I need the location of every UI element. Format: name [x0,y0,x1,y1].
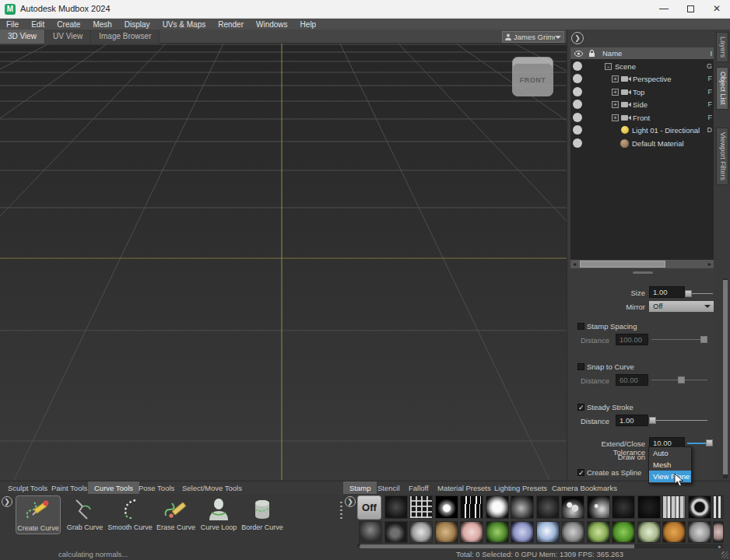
stamp-thumbnail[interactable] [384,521,408,543]
stamp-distance-handle[interactable] [700,336,707,343]
stamp-distance-field[interactable]: 100.00 [616,334,648,345]
stamp-thumbnail[interactable] [688,495,711,519]
visibility-toggle[interactable] [573,125,582,135]
expand-icon[interactable]: + [612,101,619,108]
tool-smooth-curve[interactable]: Smooth Curve [107,495,153,534]
stamp-thumbnail[interactable] [460,495,483,519]
tab-camera-bookmarks[interactable]: Camera Bookmarks [546,481,623,495]
tray-splitter-handle[interactable] [340,502,342,520]
stamp-thumbnail[interactable] [561,495,584,519]
stamp-thumbnail[interactable] [536,495,560,519]
snap-distance-field[interactable]: 60.00 [616,374,648,386]
view-cube-gizmo[interactable]: FRONT [512,57,553,96]
scrollbar-thumb[interactable] [580,261,665,268]
menu-item-display[interactable]: Display [118,20,156,29]
steady-distance-slider[interactable] [651,420,707,421]
steady-distance-handle[interactable] [649,417,656,424]
stamp-thumbnail[interactable] [662,495,686,519]
expand-icon[interactable]: + [612,89,619,96]
tool-grab-curve[interactable]: Grab Curve [62,495,107,534]
menu-option-view-plane[interactable]: View Plane [649,471,691,482]
collapse-icon[interactable]: - [605,63,612,70]
menu-item-create[interactable]: Create [51,20,86,29]
tree-row-top[interactable]: + Top F [570,86,714,98]
lock-icon[interactable] [588,50,595,58]
stamp-thumbnail[interactable] [359,521,382,543]
tray-expander-right[interactable]: ❯ [345,496,356,507]
title-bar[interactable]: M Autodesk Mudbox 2024 — ✕ [0,0,730,19]
stamp-thumbnail[interactable] [587,521,610,543]
tree-label[interactable]: Scene [615,62,636,71]
size-field[interactable]: 1.00 [649,286,685,298]
stamp-thumbnail[interactable] [511,521,534,543]
stamp-thumbnail[interactable] [511,495,534,519]
tree-row-perspective[interactable]: + Perspective F [570,72,714,85]
menu-item-mesh[interactable]: Mesh [86,20,118,29]
side-tab-viewport-filters[interactable]: Viewport Filters [716,128,728,185]
stamp-thumbnail[interactable] [409,495,433,519]
resize-grip[interactable] [721,551,728,558]
visibility-toggle[interactable] [573,74,582,83]
stamp-thumbnail[interactable] [409,521,433,543]
stamp-thumbnail[interactable] [561,521,584,543]
tab-select-move-tools[interactable]: Select/Move Tools [176,481,248,495]
panel-expander-button[interactable]: ❯ [571,32,584,44]
scroll-left-icon[interactable]: ◄ [570,260,578,268]
expand-icon[interactable]: + [612,75,619,82]
menu-item-help[interactable]: Help [294,20,323,29]
scroll-right-icon[interactable]: ► [706,260,714,268]
menu-item-windows[interactable]: Windows [250,20,294,29]
side-tab-layers[interactable]: Layers [716,32,728,62]
menu-item-edit[interactable]: Edit [25,20,51,29]
visibility-toggle[interactable] [573,138,582,148]
stamp-thumbnail[interactable] [587,495,610,519]
menu-item-uvs-maps[interactable]: UVs & Maps [156,20,212,29]
extend-close-handle[interactable] [706,439,713,446]
extend-close-slider[interactable] [687,443,707,444]
menu-option-mesh[interactable]: Mesh [649,459,691,471]
snap-to-curve-checkbox[interactable] [577,363,584,370]
close-button[interactable]: ✕ [704,0,730,18]
snap-distance-handle[interactable] [678,376,685,383]
tab-falloff[interactable]: Falloff [402,481,435,495]
tab-paint-tools[interactable]: Paint Tools [45,481,93,495]
tab-material-presets[interactable]: Material Presets [431,481,497,495]
minimize-button[interactable]: — [651,0,677,18]
properties-scrollbar[interactable] [723,278,728,478]
tab-uv-view[interactable]: UV View [45,30,91,44]
tree-label[interactable]: Light 01 - Directional [632,126,700,135]
tool-create-curve[interactable]: Create Curve [16,495,61,534]
stamp-thumbnail[interactable] [435,521,458,543]
stamp-thumbnail[interactable] [688,521,711,543]
viewport-3d[interactable]: FRONT [0,44,567,480]
tree-label[interactable]: Front [633,114,650,122]
stamp-thumbnail[interactable] [486,521,509,543]
tool-border-curve[interactable]: Border Curve [240,495,285,534]
stamp-thumbnail[interactable] [486,495,509,519]
tray-expander-left[interactable]: ❯ [2,496,12,507]
visibility-toggle[interactable] [573,61,582,71]
tree-row-side[interactable]: + Side F [570,98,714,110]
stamp-spacing-checkbox[interactable] [577,323,584,330]
steady-distance-field[interactable]: 1.00 [616,415,648,426]
tree-row-front[interactable]: + Front F [570,111,714,124]
stamp-distance-slider[interactable] [651,339,707,340]
visibility-toggle[interactable] [573,100,582,109]
stamp-thumbnail[interactable] [384,495,408,519]
menu-item-file[interactable]: File [0,20,25,29]
tree-label[interactable]: Side [633,100,648,109]
tab-3d-view[interactable]: 3D View [0,30,45,44]
tab-pose-tools[interactable]: Pose Tools [132,481,181,495]
object-list-hscrollbar[interactable]: ◄ ► [570,260,714,268]
stamp-thumbnail[interactable] [612,521,635,543]
tree-label[interactable]: Top [633,88,644,96]
tab-image-browser[interactable]: Image Browser [91,30,160,44]
stamp-thumbnail[interactable] [460,521,483,543]
stamp-thumbnail[interactable] [637,521,661,543]
user-account-menu[interactable]: James Grimes [502,31,564,43]
create-as-spline-checkbox[interactable]: ✓ [577,469,584,476]
tab-stencil[interactable]: Stencil [371,481,406,495]
expand-icon[interactable]: + [612,114,619,121]
menu-item-render[interactable]: Render [212,20,250,29]
eye-icon[interactable] [574,51,583,57]
